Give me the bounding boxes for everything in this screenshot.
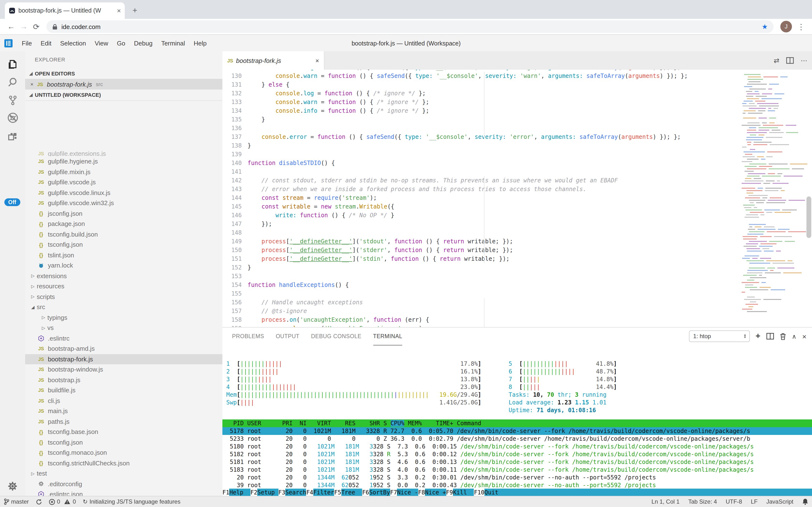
htop-process-row[interactable]: 5180 root 20 0 1021M 181M 3328 S 7.3 0.6…	[223, 443, 812, 450]
extensions-icon[interactable]	[0, 127, 25, 145]
close-panel-icon[interactable]: ×	[802, 332, 806, 340]
tree-item-src[interactable]: ◢src	[25, 302, 223, 312]
new-tab-button[interactable]: +	[129, 4, 141, 17]
tab-close-icon[interactable]: ×	[117, 7, 121, 14]
tree-item-resources[interactable]: ▷resources	[25, 281, 223, 291]
browser-tab[interactable]: bootstrap-fork.js — Untitled (W ×	[5, 2, 125, 19]
code-editor[interactable]: 129 console.log = function () { safeSend…	[223, 70, 812, 327]
open-editors-header[interactable]: ◢ OPEN EDITORS	[25, 68, 223, 79]
panel-tab-output[interactable]: OUTPUT	[276, 328, 300, 345]
tree-item-gulpfile.vscode.linux.js[interactable]: JSgulpfile.vscode.linux.js	[25, 187, 223, 198]
menu-debug[interactable]: Debug	[130, 40, 157, 47]
tree-item-bootstrap-amd.js[interactable]: JSbootstrap-amd.js	[25, 343, 223, 354]
htop-table-header[interactable]: PID USER PRI NI VIRT RES SHR S CPU% MEM%…	[223, 419, 812, 427]
toggle-layout-icon[interactable]: ⇄	[774, 57, 779, 64]
terminal[interactable]: 1 [|||||||||||| 17.8%]2 [||||||||||| 16.…	[223, 345, 812, 496]
settings-gear-icon[interactable]	[0, 477, 25, 495]
url-bar[interactable]: ide.coder.com ★	[46, 20, 773, 33]
htop-process-row[interactable]: 5182 root 20 0 1021M 181M 3328 R 5.3 0.6…	[223, 450, 812, 458]
tree-item-tsconfig.base.json[interactable]: {}tsconfig.base.json	[25, 427, 223, 437]
tree-item-tsconfig.json[interactable]: {}tsconfig.json	[25, 239, 223, 250]
tree-item-jsconfig.json[interactable]: {}jsconfig.json	[25, 208, 223, 219]
tree-item-gulpfile.mixin.js[interactable]: JSgulpfile.mixin.js	[25, 167, 223, 177]
htop-process-row[interactable]: 5181 root 20 0 1021M 181M 3328 S 4.6 0.6…	[223, 458, 812, 466]
htop-process-row[interactable]: 20 root 20 0 1344M 62052 1952 S 3.3 0.2 …	[223, 473, 812, 482]
tree-item-main.js[interactable]: JSmain.js	[25, 406, 223, 416]
tree-item-scripts[interactable]: ▷scripts	[25, 291, 223, 302]
search-icon[interactable]	[0, 73, 25, 91]
status-ln-1-col-1[interactable]: Ln 1, Col 1	[651, 498, 680, 505]
tree-item-paths.js[interactable]: JSpaths.js	[25, 416, 223, 427]
menu-terminal[interactable]: Terminal	[157, 40, 189, 47]
sync-button[interactable]	[36, 499, 42, 505]
branch-indicator[interactable]: master	[4, 498, 29, 505]
tree-item-test[interactable]: ▷test	[25, 468, 223, 479]
problems-indicator[interactable]: 0 0	[49, 498, 76, 505]
tree-item-.editorconfig[interactable]: .editorconfig	[25, 479, 223, 489]
tree-item-.eslintrc[interactable]: .eslintrc	[25, 333, 223, 343]
tree-item-bootstrap-fork.js[interactable]: JSbootstrap-fork.js	[25, 354, 223, 364]
split-editor-icon[interactable]	[786, 57, 794, 64]
avatar[interactable]: J	[780, 21, 792, 33]
tree-item-gulpfile.extensions.js[interactable]: JSgulpfile.extensions.js	[25, 151, 223, 156]
tree-item-cli.js[interactable]: JScli.js	[25, 395, 223, 406]
reload-icon[interactable]: ⟳	[30, 20, 43, 33]
kill-terminal-trash-icon[interactable]	[779, 333, 786, 340]
notifications-bell-icon[interactable]	[802, 498, 808, 505]
panel-tab-terminal[interactable]: TERMINAL	[373, 328, 402, 345]
tree-item-.eslintrc.json[interactable]: .eslintrc.json	[25, 489, 223, 496]
tree-item-buildfile.js[interactable]: JSbuildfile.js	[25, 385, 223, 395]
terminal-select[interactable]: 1: htop ▲▼	[689, 330, 750, 342]
app-logo-icon[interactable]	[4, 39, 13, 47]
tree-item-tsconfig.json[interactable]: {}tsconfig.json	[25, 437, 223, 448]
tree-item-tsconfig.monaco.json[interactable]: {}tsconfig.monaco.json	[25, 448, 223, 458]
new-terminal-icon[interactable]: +	[756, 331, 760, 341]
open-editor-item[interactable]: × JS bootstrap-fork.js src	[25, 79, 223, 90]
tree-item-typings[interactable]: ▷typings	[25, 312, 223, 323]
source-control-icon[interactable]	[0, 91, 25, 109]
more-actions-icon[interactable]: ⋯	[801, 57, 807, 64]
status-javascript[interactable]: JavaScript	[766, 498, 793, 505]
maximize-panel-icon[interactable]: ∧	[792, 333, 796, 340]
status-utf-8[interactable]: UTF-8	[726, 498, 742, 505]
tree-item-gulpfile.vscode.win32.js[interactable]: JSgulpfile.vscode.win32.js	[25, 198, 223, 208]
editor-scrollbar[interactable]	[806, 70, 812, 327]
browser-menu-icon[interactable]: ⋮	[795, 20, 807, 33]
tree-item-bootstrap.js[interactable]: JSbootstrap.js	[25, 375, 223, 385]
tree-item-gulpfile.vscode.js[interactable]: JSgulpfile.vscode.js	[25, 177, 223, 187]
menu-go[interactable]: Go	[113, 40, 130, 47]
off-badge[interactable]: Off	[4, 199, 20, 206]
panel-tab-debug-console[interactable]: DEBUG CONSOLE	[311, 328, 361, 345]
panel-tab-problems[interactable]: PROBLEMS	[232, 328, 264, 345]
htop-function-key-bar[interactable]: F1Help F2Setup F3SearchF4FilterF5Tree F6…	[223, 489, 812, 496]
split-terminal-icon[interactable]	[766, 333, 774, 340]
back-icon[interactable]: ←	[5, 20, 17, 33]
tree-item-bootstrap-window.js[interactable]: JSbootstrap-window.js	[25, 364, 223, 375]
bookmark-star-icon[interactable]: ★	[762, 23, 768, 31]
scrollbar-thumb[interactable]	[806, 196, 811, 238]
forward-icon[interactable]: →	[17, 20, 30, 33]
htop-process-row[interactable]: 39 root 20 0 1344M 62052 1952 S 0.0 0.2 …	[223, 482, 812, 489]
menu-selection[interactable]: Selection	[56, 40, 90, 47]
status-lf[interactable]: LF	[751, 498, 758, 505]
tree-item-package.json[interactable]: {}package.json	[25, 219, 223, 229]
menu-edit[interactable]: Edit	[36, 40, 56, 47]
tree-item-tsconfig.build.json[interactable]: {}tsconfig.build.json	[25, 229, 223, 239]
workspace-header[interactable]: ◢ UNTITLED (WORKSPACE)	[25, 90, 223, 100]
editor-tab-close-icon[interactable]: ×	[315, 57, 319, 64]
explorer-icon[interactable]	[0, 55, 25, 73]
tree-item-gulpfile.hygiene.js[interactable]: JSgulpfile.hygiene.js	[25, 156, 223, 167]
tree-item-tslint.json[interactable]: {}tslint.json	[25, 250, 223, 260]
language-status[interactable]: ↻ Initializing JS/TS language features	[83, 498, 180, 505]
status-tab-size-4[interactable]: Tab Size: 4	[688, 498, 717, 505]
menu-file[interactable]: File	[17, 40, 36, 47]
tree-item-vs[interactable]: ▷vs	[25, 323, 223, 333]
tree-item-extensions[interactable]: ▷extensions	[25, 271, 223, 281]
menu-help[interactable]: Help	[189, 40, 211, 47]
tree-item-tsconfig.strictNullChecks.json[interactable]: {}tsconfig.strictNullChecks.json	[25, 458, 223, 468]
minimap[interactable]	[740, 70, 806, 327]
menu-view[interactable]: View	[90, 40, 113, 47]
htop-process-row[interactable]: 5183 root 20 0 1021M 181M 3328 S 4.0 0.6…	[223, 466, 812, 473]
debug-off-icon[interactable]	[0, 109, 25, 127]
htop-process-row[interactable]: 5233 root 20 0 0 0 0 Z 36.3 0.0 0:02.79 …	[223, 435, 812, 443]
